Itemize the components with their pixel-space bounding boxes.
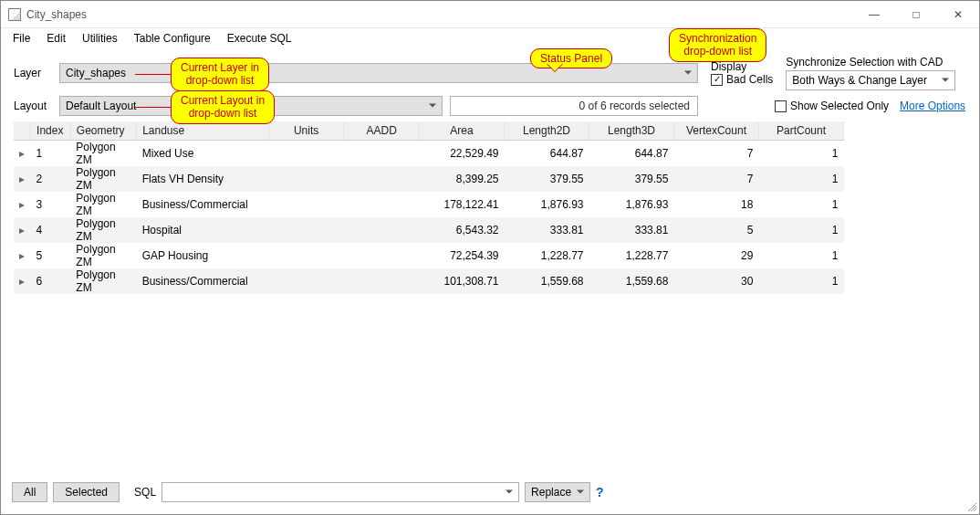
selected-button[interactable]: Selected	[53, 482, 120, 502]
cell-index: 6	[31, 268, 71, 294]
layer-row: Layer City_shapes Display Bad Cells Sync…	[1, 54, 979, 92]
cell-landuse: Business/Commercial	[137, 268, 269, 294]
table-row[interactable]: ▸1Polygon ZMMixed Use22,529.49644.87644.…	[14, 140, 844, 166]
layout-value: Default Layout	[66, 100, 136, 112]
window-buttons: — □ ✕	[853, 1, 979, 28]
col-area[interactable]: Area	[420, 121, 505, 140]
all-button[interactable]: All	[12, 482, 47, 502]
cell-partcount: 1	[758, 166, 843, 192]
callout-layer: Current Layer in drop-down list	[171, 58, 269, 91]
data-table-wrap: Index Geometry Landuse Units AADD Area L…	[14, 121, 966, 470]
layer-value: City_shapes	[66, 67, 126, 79]
menu-execute-sql[interactable]: Execute SQL	[219, 30, 300, 47]
menu-file[interactable]: File	[5, 30, 38, 47]
cell-area: 8,399.25	[420, 166, 505, 192]
cell-partcount: 1	[758, 243, 843, 268]
row-expand-icon[interactable]: ▸	[14, 140, 31, 166]
col-units[interactable]: Units	[268, 121, 344, 140]
status-text: 0 of 6 records selected	[579, 100, 690, 112]
menu-table-configure[interactable]: Table Configure	[126, 30, 219, 47]
data-table: Index Geometry Landuse Units AADD Area L…	[14, 121, 844, 294]
cell-units	[268, 192, 344, 217]
cell-area: 22,529.49	[420, 140, 505, 166]
col-vertexcount[interactable]: VertexCount	[673, 121, 758, 140]
col-length2d[interactable]: Length2D	[505, 121, 589, 140]
sql-label: SQL	[134, 486, 156, 499]
cell-landuse: Mixed Use	[137, 140, 269, 166]
col-partcount[interactable]: PartCount	[758, 121, 843, 140]
minimize-button[interactable]: —	[853, 1, 895, 28]
cell-units	[268, 243, 344, 268]
cell-landuse: Flats VH Density	[137, 166, 269, 192]
close-button[interactable]: ✕	[937, 1, 979, 28]
cell-index: 5	[31, 243, 71, 268]
col-landuse[interactable]: Landuse	[137, 121, 269, 140]
maximize-button[interactable]: □	[895, 1, 937, 28]
cell-geometry: Polygon ZM	[70, 166, 136, 192]
cell-length2d: 1,228.77	[505, 243, 589, 268]
cell-length2d: 1,559.68	[505, 268, 589, 294]
show-selected-checkbox[interactable]: Show Selected Only	[775, 100, 889, 112]
bad-cells-label: Bad Cells	[726, 73, 773, 86]
cell-geometry: Polygon ZM	[70, 192, 136, 217]
cell-length3d: 1,228.77	[589, 243, 674, 268]
resize-grip-icon[interactable]	[965, 500, 976, 511]
bad-cells-checkbox[interactable]: Bad Cells	[711, 73, 773, 86]
table-row[interactable]: ▸3Polygon ZMBusiness/Commercial178,122.4…	[14, 192, 844, 217]
table-row[interactable]: ▸5Polygon ZMGAP Housing72,254.391,228.77…	[14, 243, 844, 268]
cell-area: 101,308.71	[420, 268, 505, 294]
cell-vertexcount: 30	[673, 268, 758, 294]
col-index[interactable]: Index	[31, 121, 71, 140]
row-expand-icon[interactable]: ▸	[14, 268, 31, 294]
cell-geometry: Polygon ZM	[70, 140, 136, 166]
table-row[interactable]: ▸4Polygon ZMHospital6,543.32333.81333.81…	[14, 217, 844, 243]
cell-aadd	[344, 140, 420, 166]
cell-length2d: 1,876.93	[505, 192, 589, 217]
help-icon[interactable]: ?	[596, 485, 604, 499]
cell-aadd	[344, 192, 420, 217]
callout-status: Status Panel	[530, 48, 612, 68]
more-options-link[interactable]: More Options	[900, 100, 965, 112]
col-geometry[interactable]: Geometry	[70, 121, 136, 140]
sql-input[interactable]	[162, 482, 519, 502]
sync-dropdown[interactable]: Both Ways & Change Layer	[786, 70, 955, 90]
menubar: File Edit Utilities Table Configure Exec…	[1, 28, 979, 48]
cell-partcount: 1	[758, 268, 843, 294]
layout-row: Layout Default Layout 0 of 6 records sel…	[1, 94, 979, 118]
table-row[interactable]: ▸2Polygon ZMFlats VH Density8,399.25379.…	[14, 166, 844, 192]
cell-aadd	[344, 166, 420, 192]
cell-index: 4	[31, 217, 71, 243]
cell-landuse: GAP Housing	[137, 243, 269, 268]
replace-dropdown[interactable]: Replace	[525, 482, 590, 502]
menu-edit[interactable]: Edit	[38, 30, 74, 47]
row-expand-icon[interactable]: ▸	[14, 217, 31, 243]
sync-label: Synchronize Selection with CAD	[786, 56, 955, 68]
checkbox-icon	[711, 74, 723, 86]
display-group-label: Display	[711, 60, 773, 73]
sync-value: Both Ways & Change Layer	[792, 74, 927, 87]
window-title: City_shapes	[26, 8, 87, 21]
cell-partcount: 1	[758, 217, 843, 243]
callout-layout: Current Layout in drop-down list	[171, 90, 275, 124]
col-length3d[interactable]: Length3D	[589, 121, 674, 140]
cell-length2d: 379.55	[505, 166, 589, 192]
cell-geometry: Polygon ZM	[70, 217, 136, 243]
row-expand-icon[interactable]: ▸	[14, 166, 31, 192]
cell-length2d: 644.87	[505, 140, 589, 166]
row-expand-icon[interactable]: ▸	[14, 243, 31, 268]
cell-partcount: 1	[758, 192, 843, 217]
cell-vertexcount: 5	[673, 217, 758, 243]
cell-vertexcount: 29	[673, 243, 758, 268]
row-expand-icon[interactable]: ▸	[14, 192, 31, 217]
cell-units	[268, 268, 344, 294]
cell-partcount: 1	[758, 140, 843, 166]
col-aadd[interactable]: AADD	[344, 121, 420, 140]
menu-utilities[interactable]: Utilities	[74, 30, 126, 47]
cell-landuse: Hospital	[137, 217, 269, 243]
layout-label: Layout	[14, 100, 52, 112]
callout-sync: Synchronization drop-down list	[669, 28, 766, 62]
replace-label: Replace	[531, 486, 571, 499]
bottom-bar: All Selected SQL Replace ?	[12, 481, 968, 503]
table-row[interactable]: ▸6Polygon ZMBusiness/Commercial101,308.7…	[14, 268, 844, 294]
checkbox-icon	[775, 100, 787, 112]
